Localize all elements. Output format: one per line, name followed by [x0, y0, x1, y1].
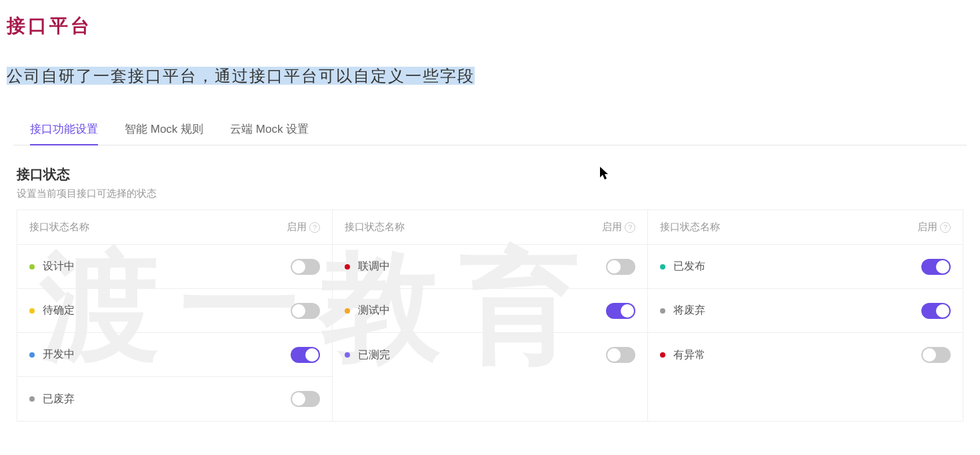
status-row: 已测完 — [333, 333, 647, 377]
content-area: 接口功能设置 智能 Mock 规则 云端 Mock 设置 接口状态 设置当前项目… — [0, 93, 980, 422]
status-dot-icon — [29, 352, 35, 358]
header-name-label: 接口状态名称 — [660, 221, 720, 234]
status-dot-icon — [29, 396, 35, 402]
status-name: 测试中 — [345, 304, 390, 318]
highlighted-text: 公司自研了一套接口平台，通过接口平台可以自定义一些字段 — [7, 67, 475, 85]
status-label: 有异常 — [673, 348, 705, 362]
header-enable-wrap: 启用 ? — [917, 221, 951, 234]
tabs-container: 接口功能设置 智能 Mock 规则 云端 Mock 设置 — [13, 113, 967, 145]
header-name-label: 接口状态名称 — [29, 221, 89, 234]
header-enable-wrap: 启用 ? — [287, 221, 320, 234]
status-row: 有异常 — [648, 333, 963, 377]
status-name: 将废弃 — [660, 304, 705, 318]
status-label: 待确定 — [43, 304, 75, 318]
header-enable-label: 启用 — [917, 221, 937, 234]
status-dot-icon — [345, 308, 350, 314]
status-column-3: 接口状态名称 启用 ? 已发布 将废弃 — [648, 210, 963, 421]
help-icon[interactable]: ? — [309, 222, 320, 233]
header-name-label: 接口状态名称 — [345, 221, 405, 234]
status-dot-icon — [29, 264, 35, 270]
status-grid: 接口状态名称 启用 ? 设计中 待确定 — [17, 209, 963, 422]
status-label: 已废弃 — [43, 392, 75, 406]
status-name: 联调中 — [345, 260, 390, 274]
status-section: 接口状态 设置当前项目接口可选择的状态 接口状态名称 启用 ? 设计中 — [13, 145, 967, 422]
status-label: 已发布 — [673, 260, 705, 274]
status-label: 将废弃 — [673, 304, 705, 318]
tab-smart-mock-rules[interactable]: 智能 Mock 规则 — [125, 113, 203, 145]
status-column-header: 接口状态名称 启用 ? — [648, 210, 963, 245]
status-row: 待确定 — [17, 289, 332, 333]
status-name: 开发中 — [29, 348, 75, 362]
section-title: 接口状态 — [17, 165, 963, 183]
page-title: 接口平台 — [0, 0, 980, 45]
status-column-header: 接口状态名称 启用 ? — [333, 210, 647, 245]
toggle-switch[interactable] — [606, 259, 635, 275]
status-dot-icon — [660, 308, 665, 314]
status-row: 已废弃 — [17, 377, 332, 421]
status-row: 设计中 — [17, 245, 332, 289]
status-name: 有异常 — [660, 348, 705, 362]
status-row: 开发中 — [17, 333, 332, 377]
status-dot-icon — [345, 352, 350, 358]
page-description: 公司自研了一套接口平台，通过接口平台可以自定义一些字段 — [0, 59, 481, 93]
toggle-switch[interactable] — [291, 391, 320, 407]
status-row: 将废弃 — [648, 289, 963, 333]
status-dot-icon — [29, 308, 35, 314]
tab-interface-settings[interactable]: 接口功能设置 — [30, 113, 98, 145]
status-column-2: 接口状态名称 启用 ? 联调中 测试中 — [333, 210, 648, 421]
status-row: 测试中 — [333, 289, 647, 333]
status-dot-icon — [660, 352, 665, 358]
status-column-1: 接口状态名称 启用 ? 设计中 待确定 — [17, 210, 333, 421]
section-subtitle: 设置当前项目接口可选择的状态 — [17, 187, 963, 200]
tab-cloud-mock-settings[interactable]: 云端 Mock 设置 — [230, 113, 309, 145]
toggle-switch[interactable] — [606, 347, 635, 363]
status-name: 待确定 — [29, 304, 75, 318]
toggle-switch[interactable] — [606, 303, 635, 319]
help-icon[interactable]: ? — [625, 222, 635, 233]
toggle-switch[interactable] — [291, 259, 320, 275]
header-enable-label: 启用 — [287, 221, 307, 234]
toggle-switch[interactable] — [291, 303, 320, 319]
status-label: 测试中 — [358, 304, 390, 318]
status-name: 已测完 — [345, 348, 390, 362]
status-column-header: 接口状态名称 启用 ? — [17, 210, 332, 245]
header-enable-label: 启用 — [602, 221, 622, 234]
status-row: 联调中 — [333, 245, 647, 289]
status-label: 已测完 — [358, 348, 390, 362]
toggle-switch[interactable] — [291, 347, 320, 363]
header-enable-wrap: 启用 ? — [602, 221, 635, 234]
status-dot-icon — [345, 264, 350, 270]
status-name: 已发布 — [660, 260, 705, 274]
status-label: 开发中 — [43, 348, 75, 362]
status-label: 设计中 — [43, 260, 75, 274]
status-row: 已发布 — [648, 245, 963, 289]
toggle-switch[interactable] — [921, 303, 951, 319]
toggle-switch[interactable] — [921, 259, 951, 275]
help-icon[interactable]: ? — [940, 222, 951, 233]
status-label: 联调中 — [358, 260, 390, 274]
toggle-switch[interactable] — [921, 347, 951, 363]
status-dot-icon — [660, 264, 665, 270]
status-name: 设计中 — [29, 260, 75, 274]
status-name: 已废弃 — [29, 392, 75, 406]
